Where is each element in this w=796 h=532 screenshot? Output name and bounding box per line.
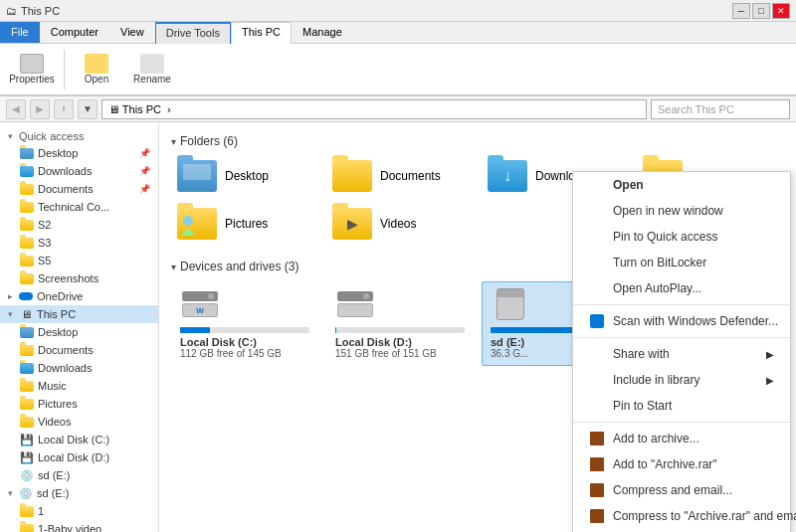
sidebar-item-localc[interactable]: 💾 Local Disk (C:) — [0, 431, 158, 448]
ctx-bitlocker-icon — [589, 255, 605, 270]
ribbon-content: Properties Open Rename — [0, 44, 796, 95]
sidebar-item-downloads2[interactable]: Downloads — [0, 359, 158, 377]
ctx-compress-rar-email[interactable]: Compress to "Archive.rar" and email — [573, 503, 790, 529]
thispc-chevron: ▾ — [8, 309, 13, 319]
ctx-open-new-window-label: Open in new window — [613, 204, 723, 218]
drive-item-d[interactable]: Local Disk (D:) 151 GB free of 151 GB — [326, 281, 474, 366]
sidebar-item-onedrive[interactable]: ▸ OneDrive — [0, 287, 158, 305]
sidebar-item-technical[interactable]: Technical Co... — [0, 198, 158, 216]
sidebar-locald-label: Local Disk (D:) — [38, 451, 109, 463]
drive-c-space: 112 GB free of 145 GB — [180, 348, 309, 359]
sidebar-item-desktop[interactable]: Desktop 📌 — [0, 144, 158, 162]
documents2-icon — [20, 343, 34, 357]
search-box[interactable]: Search This PC — [651, 99, 790, 119]
drive-item-c[interactable]: W Local Disk (C:) 112 GB free of 145 GB — [171, 281, 318, 366]
ctx-share-with[interactable]: Share with ▶ — [573, 341, 790, 367]
ctx-autoplay-label: Open AutoPlay... — [613, 281, 701, 295]
drive-d-space: 151 GB free of 151 GB — [335, 348, 465, 359]
ribbon-properties-btn[interactable]: Properties — [8, 48, 56, 91]
ctx-pin-start[interactable]: Pin to Start — [573, 393, 790, 419]
folder-item-pictures[interactable]: Pictures — [171, 204, 318, 244]
sidebar-1-label: 1 — [38, 505, 44, 517]
sidebar-baby-label: 1-Baby video — [38, 523, 101, 532]
maximize-button[interactable]: □ — [752, 3, 770, 19]
ribbon-open-btn[interactable]: Open — [73, 48, 120, 91]
up-button[interactable]: ↑ — [54, 99, 74, 119]
sidebar-item-s2[interactable]: S2 — [0, 216, 158, 234]
s3-folder-icon — [20, 236, 34, 250]
tab-drive-tools[interactable]: Drive Tools — [155, 22, 231, 44]
sidebar-item-downloads[interactable]: Downloads 📌 — [0, 162, 158, 180]
sidebar-item-s5[interactable]: S5 — [0, 252, 158, 269]
ctx-include-library[interactable]: Include in library ▶ — [573, 367, 790, 393]
back-button[interactable]: ◀ — [6, 99, 26, 119]
sidebar-item-sde-root[interactable]: ▾ 💿 sd (E:) — [0, 484, 158, 502]
ctx-autoplay-icon — [589, 280, 605, 296]
ribbon-rename-btn[interactable]: Rename — [128, 48, 176, 91]
folder-item-desktop[interactable]: Desktop — [171, 156, 318, 196]
tab-view[interactable]: View — [109, 22, 155, 43]
tab-computer[interactable]: Computer — [40, 22, 109, 43]
drive-c-icon: W — [180, 288, 220, 320]
sidebar-item-videos[interactable]: Videos — [0, 413, 158, 431]
address-path[interactable]: 🖥 This PC › — [101, 99, 647, 119]
ctx-compress-email[interactable]: Compress and email... — [573, 477, 790, 503]
minimize-button[interactable]: ─ — [732, 3, 750, 19]
sidebar-downloads2-label: Downloads — [38, 362, 92, 374]
recent-button[interactable]: ▼ — [78, 99, 98, 119]
tab-file[interactable]: File — [0, 22, 40, 43]
ctx-add-archive-label: Add to archive... — [613, 432, 699, 445]
videos-icon — [20, 415, 34, 429]
downloads-folder-big-icon: ↓ — [488, 160, 527, 192]
folder-item-documents[interactable]: Documents — [326, 156, 474, 196]
ctx-add-archive-rar[interactable]: Add to "Archive.rar" — [573, 451, 790, 477]
sidebar-item-s3[interactable]: S3 — [0, 234, 158, 252]
sidebar-item-desktop2[interactable]: Desktop — [0, 323, 158, 341]
ctx-open-new-window[interactable]: Open in new window — [573, 198, 790, 224]
close-button[interactable]: ✕ — [772, 3, 790, 19]
screenshots-folder-icon — [20, 271, 34, 285]
ctx-pin-quick-access[interactable]: Pin to Quick access — [573, 224, 790, 250]
drive-c-progress-fill — [180, 327, 210, 333]
ctx-share-label: Share with — [613, 347, 670, 361]
technical-folder-icon — [20, 200, 34, 214]
folder-item-videos[interactable]: ▶ Videos — [326, 204, 474, 244]
sidebar-item-1[interactable]: 1 — [0, 502, 158, 520]
sidebar-item-documents2[interactable]: Documents — [0, 341, 158, 359]
sidebar-item-music[interactable]: Music — [0, 377, 158, 395]
ctx-open[interactable]: Open — [573, 172, 790, 198]
drive-d-icon — [335, 288, 375, 320]
ctx-open-label: Open — [613, 178, 644, 192]
onedrive-icon — [19, 289, 33, 303]
title-bar-controls[interactable]: ─ □ ✕ — [732, 3, 790, 19]
tab-this-pc[interactable]: This PC — [231, 22, 292, 44]
sidebar-localc-label: Local Disk (C:) — [38, 434, 109, 445]
drive-c-progress-bar — [180, 327, 309, 333]
ctx-sep2 — [573, 337, 790, 338]
folders-title: Folders (6) — [180, 134, 238, 148]
sidebar-item-documents[interactable]: Documents 📌 — [0, 180, 158, 198]
drives-chevron: ▾ — [171, 262, 176, 272]
folder-pictures-name: Pictures — [225, 217, 268, 231]
sidebar-item-quick-access[interactable]: ▾ Quick access — [0, 126, 158, 144]
sidebar-item-screenshots[interactable]: Screenshots — [0, 269, 158, 287]
sidebar: ▾ Quick access Desktop 📌 Downloads 📌 Doc… — [0, 122, 159, 532]
sidebar-item-thispc[interactable]: ▾ 🖥 This PC — [0, 305, 158, 323]
properties-label: Properties — [9, 74, 55, 85]
ctx-bitlocker[interactable]: Turn on BitLocker — [573, 250, 790, 275]
sidebar-item-locald[interactable]: 💾 Local Disk (D:) — [0, 448, 158, 466]
ctx-defender[interactable]: Scan with Windows Defender... — [573, 308, 790, 334]
ctx-add-archive[interactable]: Add to archive... — [573, 426, 790, 451]
ctx-open-new-window-icon — [589, 203, 605, 219]
forward-button[interactable]: ▶ — [30, 99, 50, 119]
sidebar-item-sde[interactable]: 💿 sd (E:) — [0, 466, 158, 484]
desktop-folder-big-icon — [177, 160, 217, 192]
sidebar-item-pictures[interactable]: Pictures — [0, 395, 158, 413]
ctx-add-archive-rar-label: Add to "Archive.rar" — [613, 457, 717, 471]
sidebar-item-baby[interactable]: 1-Baby video — [0, 520, 158, 532]
sidebar-technical-label: Technical Co... — [38, 201, 109, 213]
drive-e-icon — [491, 288, 530, 320]
folders-section-header: ▾ Folders (6) — [171, 134, 784, 148]
tab-manage[interactable]: Manage — [292, 22, 353, 43]
ctx-autoplay[interactable]: Open AutoPlay... — [573, 275, 790, 301]
